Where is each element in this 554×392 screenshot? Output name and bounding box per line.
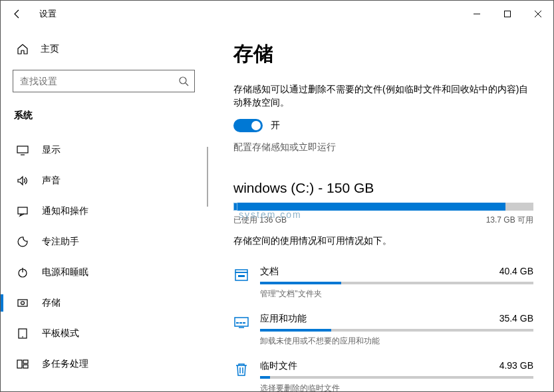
nav-tablet[interactable]: 平板模式 — [1, 318, 207, 349]
display-icon — [14, 144, 31, 156]
svg-rect-2 — [17, 146, 28, 153]
storage-sense-toggle[interactable] — [233, 119, 263, 132]
nav-power[interactable]: 电源和睡眠 — [1, 257, 207, 288]
scroll-indicator[interactable] — [207, 147, 208, 207]
home-link[interactable]: 主页 — [1, 41, 207, 70]
drive-used-text: 已使用 136 GB — [233, 215, 287, 226]
svg-rect-15 — [235, 318, 248, 326]
category-documents[interactable]: 文档40.4 GB 管理"文档"文件夹 — [233, 259, 533, 306]
home-label: 主页 — [41, 43, 59, 55]
svg-rect-18 — [243, 322, 245, 324]
focus-icon — [14, 236, 31, 248]
nav-sound[interactable]: 声音 — [1, 165, 207, 196]
drive-stats: 已使用 136 GB 13.7 GB 可用 — [233, 215, 533, 226]
minimize-button[interactable] — [462, 3, 492, 25]
drive-usage-bar — [233, 203, 533, 211]
trash-icon — [233, 360, 260, 391]
svg-rect-14 — [238, 275, 245, 277]
usage-description: 存储空间的使用情况和可用情况如下。 — [233, 235, 533, 247]
storage-sense-description: 存储感知可以通过删除不需要的文件(例如临时文件和回收站中的内容)自动释放空间。 — [233, 82, 533, 110]
section-header: 系统 — [1, 106, 207, 135]
nav-multitask[interactable]: 多任务处理 — [1, 349, 207, 379]
sound-icon — [14, 175, 31, 187]
close-button[interactable] — [523, 3, 553, 25]
main-content: 存储 存储感知可以通过删除不需要的文件(例如临时文件和回收站中的内容)自动释放空… — [207, 27, 553, 391]
apps-icon — [233, 313, 260, 347]
svg-point-7 — [22, 302, 23, 303]
page-title: 存储 — [233, 41, 533, 68]
storage-icon — [14, 297, 31, 309]
back-button[interactable] — [7, 4, 27, 24]
home-icon — [14, 43, 31, 55]
svg-rect-9 — [17, 360, 22, 368]
sidebar: 主页 系统 显示 声音 通知和操作 专注助手 — [1, 27, 207, 391]
svg-rect-3 — [18, 207, 27, 214]
search-icon — [178, 76, 189, 86]
drive-title: windows (C:) - 150 GB — [233, 180, 533, 196]
svg-rect-10 — [23, 360, 28, 363]
svg-rect-11 — [23, 365, 28, 368]
configure-storage-sense-link[interactable]: 配置存储感知或立即运行 — [233, 142, 533, 153]
svg-point-1 — [180, 77, 186, 84]
svg-rect-0 — [505, 11, 511, 17]
nav-notifications[interactable]: 通知和操作 — [1, 196, 207, 227]
notification-icon — [14, 205, 31, 217]
search-box[interactable] — [13, 70, 195, 92]
window-controls — [462, 3, 553, 25]
category-apps[interactable]: 应用和功能35.4 GB 卸载未使用或不想要的应用和功能 — [233, 306, 533, 353]
tablet-icon — [14, 328, 31, 340]
drive-free-text: 13.7 GB 可用 — [486, 215, 533, 226]
nav-focus-assist[interactable]: 专注助手 — [1, 227, 207, 257]
svg-rect-16 — [236, 322, 239, 324]
documents-icon — [233, 266, 260, 300]
search-input[interactable] — [13, 70, 194, 92]
multitask-icon — [14, 358, 31, 370]
svg-rect-17 — [239, 322, 242, 324]
category-temp[interactable]: 临时文件4.93 GB 选择要删除的临时文件 — [233, 353, 533, 391]
nav-display[interactable]: 显示 — [1, 135, 207, 165]
nav-storage[interactable]: 存储 — [1, 288, 207, 318]
window-title: 设置 — [39, 8, 57, 20]
maximize-button[interactable] — [492, 3, 523, 25]
power-icon — [14, 266, 31, 278]
toggle-label: 开 — [271, 120, 280, 132]
titlebar: 设置 — [1, 1, 553, 27]
